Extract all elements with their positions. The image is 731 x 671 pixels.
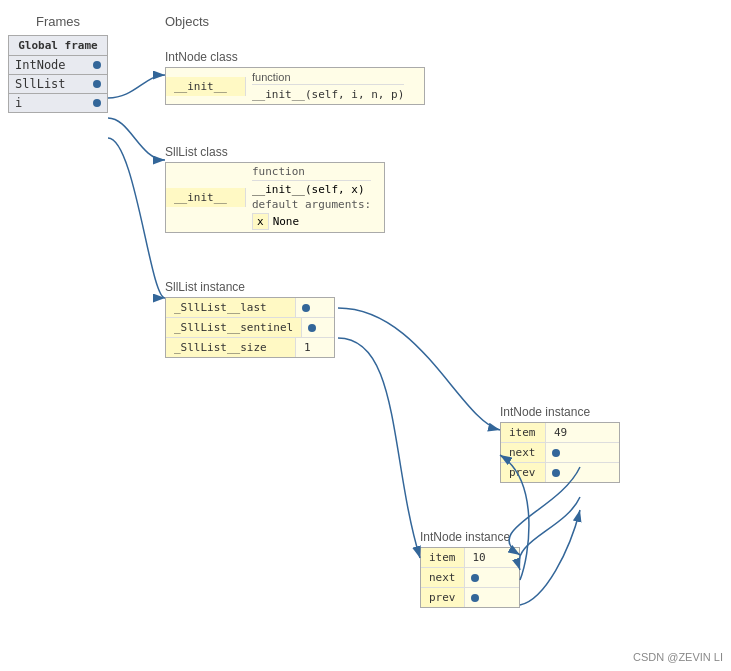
slllist-class-key: __init__ bbox=[166, 188, 246, 207]
intnode-class-func: function __init__(self, i, n, p) bbox=[246, 68, 410, 104]
inst1-dot-prev bbox=[552, 469, 560, 477]
intnode-class-container: IntNode class __init__ function __init__… bbox=[165, 50, 425, 105]
slllist-dot-last bbox=[302, 304, 310, 312]
intnode-func-sig: __init__(self, i, n, p) bbox=[252, 87, 404, 102]
inst1-key-next: next bbox=[501, 443, 546, 462]
slllist-func-sig: __init__(self, x) bbox=[252, 183, 371, 196]
frame-dot-slllist bbox=[93, 80, 101, 88]
slllist-func-header: function bbox=[252, 165, 371, 181]
slllist-val-size: 1 bbox=[296, 338, 319, 357]
inst2-key-prev: prev bbox=[421, 588, 465, 607]
slllist-key-size: _SllList__size bbox=[166, 338, 296, 357]
frame-row-i: i bbox=[8, 94, 108, 113]
intnode-instance1-box: item 49 next prev bbox=[500, 422, 620, 483]
slllist-class-func: function __init__(self, x) default argum… bbox=[246, 163, 377, 232]
inst1-key-prev: prev bbox=[501, 463, 546, 482]
slllist-inst-row-size: _SllList__size 1 bbox=[166, 338, 334, 357]
inst2-dot-prev bbox=[471, 594, 479, 602]
global-frame: Global frame bbox=[8, 35, 108, 56]
inst1-row-next: next bbox=[501, 443, 619, 463]
slllist-default-key: x bbox=[252, 213, 269, 230]
frames-title: Frames bbox=[8, 14, 108, 29]
intnode-instance2-label: IntNode instance bbox=[420, 530, 520, 544]
intnode-instance2-container: IntNode instance item 10 next prev bbox=[420, 530, 520, 608]
inst2-dot-next bbox=[471, 574, 479, 582]
inst2-key-item: item bbox=[421, 548, 465, 567]
intnode-instance1-label: IntNode instance bbox=[500, 405, 620, 419]
frame-row-intnode: IntNode bbox=[8, 56, 108, 75]
intnode-instance2-box: item 10 next prev bbox=[420, 547, 520, 608]
objects-title: Objects bbox=[165, 14, 209, 29]
slllist-class-container: SllList class __init__ function __init__… bbox=[165, 145, 385, 233]
intnode-class-label: IntNode class bbox=[165, 50, 425, 64]
slllist-instance-box: _SllList__last _SllList__sentinel _SllLi… bbox=[165, 297, 335, 358]
inst2-row-next: next bbox=[421, 568, 519, 588]
intnode-class-box: __init__ function __init__(self, i, n, p… bbox=[165, 67, 425, 105]
inst1-row-item: item 49 bbox=[501, 423, 619, 443]
intnode-func-header: function bbox=[252, 70, 404, 85]
frames-panel: Frames Global frame IntNode SllList i bbox=[8, 14, 108, 113]
intnode-class-key: __init__ bbox=[166, 77, 246, 96]
frame-row-slllist: SllList bbox=[8, 75, 108, 94]
inst2-val-item: 10 bbox=[465, 548, 494, 567]
slllist-class-label: SllList class bbox=[165, 145, 385, 159]
slllist-instance-container: SllList instance _SllList__last _SllList… bbox=[165, 280, 335, 358]
frame-dot-intnode bbox=[93, 61, 101, 69]
intnode-class-row: __init__ function __init__(self, i, n, p… bbox=[166, 68, 424, 104]
slllist-class-box: __init__ function __init__(self, x) defa… bbox=[165, 162, 385, 233]
inst1-key-item: item bbox=[501, 423, 546, 442]
slllist-key-sentinel: _SllList__sentinel bbox=[166, 318, 302, 337]
slllist-default-val: None bbox=[273, 215, 300, 228]
frame-name-slllist: SllList bbox=[15, 77, 66, 91]
slllist-inst-row-last: _SllList__last bbox=[166, 298, 334, 318]
inst1-row-prev: prev bbox=[501, 463, 619, 482]
inst2-row-item: item 10 bbox=[421, 548, 519, 568]
frame-name-i: i bbox=[15, 96, 22, 110]
slllist-instance-label: SllList instance bbox=[165, 280, 335, 294]
slllist-default-row: x None bbox=[252, 213, 371, 230]
slllist-class-row: __init__ function __init__(self, x) defa… bbox=[166, 163, 384, 232]
frame-name-intnode: IntNode bbox=[15, 58, 66, 72]
watermark: CSDN @ZEVIN LI bbox=[633, 651, 723, 663]
slllist-default-label: default arguments: bbox=[252, 198, 371, 211]
inst2-key-next: next bbox=[421, 568, 465, 587]
inst1-val-item: 49 bbox=[546, 423, 575, 442]
inst2-row-prev: prev bbox=[421, 588, 519, 607]
slllist-key-last: _SllList__last bbox=[166, 298, 296, 317]
slllist-dot-sentinel bbox=[308, 324, 316, 332]
intnode-instance1-container: IntNode instance item 49 next prev bbox=[500, 405, 620, 483]
frame-dot-i bbox=[93, 99, 101, 107]
slllist-inst-row-sentinel: _SllList__sentinel bbox=[166, 318, 334, 338]
inst1-dot-next bbox=[552, 449, 560, 457]
